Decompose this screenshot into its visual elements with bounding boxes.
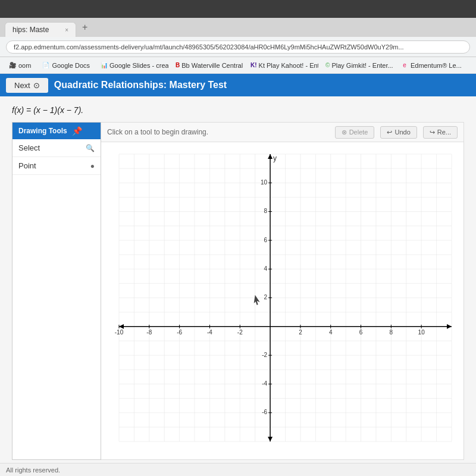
bookmark-kahoot[interactable]: K! Kt Play Kahoot! - Ente... bbox=[247, 60, 318, 71]
pin-icon: 📌 bbox=[72, 126, 82, 136]
tab-title: hips: Maste bbox=[12, 26, 49, 34]
graph-canvas bbox=[101, 142, 464, 459]
graph-wrapper: Click on a tool to begin drawing. ⊗ Dele… bbox=[101, 122, 464, 460]
bookmark-bb-label: Bb Waterville Central S... bbox=[181, 62, 243, 69]
next-label: Next bbox=[14, 81, 30, 90]
point-tool[interactable]: Point ● bbox=[12, 157, 101, 175]
bookmark-docs-icon: 📄 bbox=[42, 61, 50, 70]
toolbar-hint: Click on a tool to begin drawing. bbox=[107, 128, 329, 136]
undo-label: Undo bbox=[394, 129, 410, 136]
active-tab[interactable]: hips: Maste × bbox=[5, 22, 76, 37]
next-button[interactable]: Next ⊙ bbox=[6, 78, 48, 93]
drawing-tools-panel: Drawing Tools 📌 Select 🔍 Point ● bbox=[12, 122, 101, 460]
bookmark-slides-icon: 📊 bbox=[101, 61, 108, 70]
address-input[interactable] bbox=[6, 40, 470, 54]
bookmark-bb[interactable]: B Bb Waterville Central S... bbox=[172, 60, 243, 71]
graph-area[interactable] bbox=[101, 142, 464, 460]
select-tool[interactable]: Select 🔍 bbox=[12, 139, 101, 157]
question-text: f(x) = (x − 1)(x − 7). bbox=[12, 105, 464, 115]
nav-bar: Next ⊙ Quadratic Relationships: Mastery … bbox=[0, 74, 476, 96]
select-tool-label: Select bbox=[18, 143, 40, 152]
redo-button[interactable]: ↪ Re... bbox=[423, 126, 458, 139]
select-tool-icon: 🔍 bbox=[86, 144, 95, 152]
graph-toolbar: Click on a tool to begin drawing. ⊗ Dele… bbox=[101, 122, 464, 142]
point-tool-label: Point bbox=[18, 161, 36, 170]
bookmark-google-docs[interactable]: 📄 Google Docs bbox=[38, 60, 93, 71]
point-tool-icon: ● bbox=[90, 162, 95, 170]
bookmark-edmentum-label: Edmentum® Le... bbox=[411, 62, 462, 69]
bookmark-gimkit[interactable]: © Play Gimkit! - Enter... bbox=[322, 60, 393, 71]
bookmark-edmentum[interactable]: e Edmentum® Le... bbox=[397, 60, 465, 71]
bookmarks-bar: 🎥 oom 📄 Google Docs 📊 Google Slides - cr… bbox=[0, 57, 476, 74]
delete-label: Delete bbox=[349, 129, 368, 136]
page-title: Quadratic Relationships: Mastery Test bbox=[54, 80, 227, 90]
bookmark-google-slides[interactable]: 📊 Google Slides - crea... bbox=[97, 60, 168, 71]
new-tab-button[interactable]: + bbox=[76, 19, 93, 36]
undo-icon: ↩ bbox=[387, 129, 392, 136]
bookmark-zoom[interactable]: 🎥 oom bbox=[5, 60, 35, 71]
bookmark-docs-label: Google Docs bbox=[52, 62, 90, 69]
undo-button[interactable]: ↩ Undo bbox=[380, 126, 416, 139]
bookmark-bb-icon: B bbox=[176, 61, 180, 70]
page-content: Next ⊙ Quadratic Relationships: Mastery … bbox=[0, 74, 476, 476]
drawing-container: Drawing Tools 📌 Select 🔍 Point ● Click o… bbox=[12, 122, 464, 460]
drawing-tools-label: Drawing Tools bbox=[18, 127, 67, 135]
bookmark-zoom-icon: 🎥 bbox=[8, 61, 17, 70]
drawing-tools-header: Drawing Tools 📌 bbox=[12, 123, 101, 139]
browser-chrome bbox=[0, 0, 476, 18]
footer: All rights reserved. bbox=[0, 463, 476, 476]
bookmark-zoom-label: oom bbox=[18, 62, 31, 69]
address-bar bbox=[0, 37, 476, 57]
tab-bar: hips: Maste × + bbox=[0, 18, 476, 37]
next-icon: ⊙ bbox=[33, 81, 40, 90]
delete-icon: ⊗ bbox=[342, 129, 347, 136]
bookmark-edmentum-icon: e bbox=[400, 61, 409, 70]
footer-text: All rights reserved. bbox=[6, 466, 60, 474]
delete-button[interactable]: ⊗ Delete bbox=[335, 126, 375, 139]
main-area: f(x) = (x − 1)(x − 7). Drawing Tools 📌 S… bbox=[0, 96, 476, 476]
bookmark-kahoot-label: Kt Play Kahoot! - Ente... bbox=[259, 62, 318, 69]
tab-close-button[interactable]: × bbox=[65, 27, 68, 33]
bookmark-gimkit-label: Play Gimkit! - Enter... bbox=[331, 62, 393, 69]
redo-icon: ↪ bbox=[430, 129, 435, 136]
bookmark-gimkit-icon: © bbox=[325, 61, 330, 70]
redo-label: Re... bbox=[437, 129, 451, 136]
bookmark-slides-label: Google Slides - crea... bbox=[109, 62, 168, 69]
bookmark-kahoot-icon: K! bbox=[250, 61, 257, 70]
